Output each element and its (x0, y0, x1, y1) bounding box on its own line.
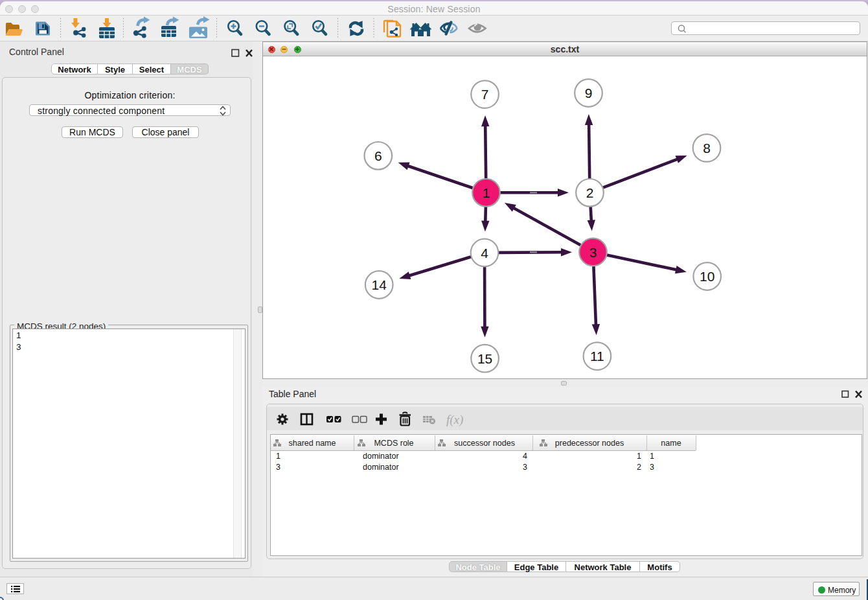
svg-text:predecessor nodes: predecessor nodes (555, 439, 624, 448)
svg-text:15: 15 (477, 351, 492, 366)
svg-text:14: 14 (372, 277, 387, 292)
svg-text:3: 3 (589, 245, 597, 260)
svg-text:9: 9 (585, 86, 593, 100)
svg-text:2: 2 (586, 185, 594, 200)
svg-text:name: name (661, 439, 681, 448)
svg-text:MCDS role: MCDS role (374, 439, 413, 448)
svg-text:shared name: shared name (289, 439, 336, 448)
svg-text:f(x): f(x) (446, 413, 463, 427)
svg-text:6: 6 (374, 148, 382, 163)
svg-text:successor nodes: successor nodes (454, 439, 515, 448)
svg-text:10: 10 (700, 269, 714, 284)
svg-text:11: 11 (590, 349, 604, 363)
svg-text:8: 8 (703, 141, 711, 156)
svg-text:1: 1 (483, 185, 490, 200)
svg-text:7: 7 (481, 87, 489, 102)
svg-text:4: 4 (481, 246, 488, 260)
